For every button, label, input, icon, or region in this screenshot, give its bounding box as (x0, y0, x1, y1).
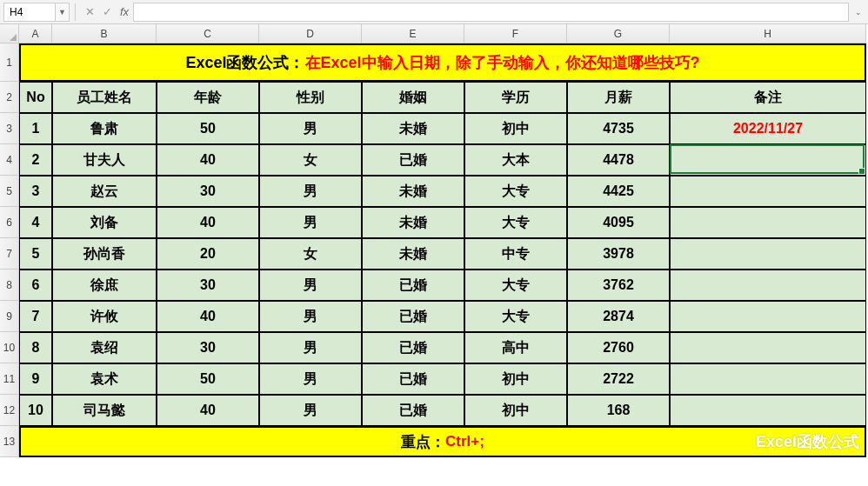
cell-no[interactable]: 9 (19, 363, 52, 395)
row-header-8[interactable]: 8 (0, 270, 19, 301)
cell-remark[interactable] (670, 363, 866, 395)
cell-gender[interactable]: 男 (259, 301, 362, 332)
confirm-icon[interactable]: ✓ (98, 3, 116, 22)
cell-remark[interactable] (670, 238, 866, 270)
cell-salary[interactable]: 2722 (567, 363, 670, 395)
cell-name[interactable]: 袁绍 (52, 332, 157, 363)
cell-no[interactable]: 5 (19, 238, 52, 270)
cell-no[interactable]: 8 (19, 332, 52, 363)
cell-marital[interactable]: 已婚 (362, 332, 464, 363)
col-header-B[interactable]: B (52, 24, 157, 43)
row-header-5[interactable]: 5 (0, 176, 19, 207)
cell-gender[interactable]: 男 (259, 395, 362, 426)
cell-remark[interactable] (670, 144, 866, 176)
cell-salary[interactable]: 4095 (567, 207, 670, 238)
cell-salary[interactable]: 2874 (567, 301, 670, 332)
formula-input[interactable] (133, 3, 849, 22)
cell-name[interactable]: 许攸 (52, 301, 157, 332)
cell-salary[interactable]: 3762 (567, 270, 670, 301)
name-box-dropdown[interactable]: ▼ (56, 3, 70, 22)
row-header-9[interactable]: 9 (0, 301, 19, 332)
cell-name[interactable]: 孙尚香 (52, 238, 157, 270)
header-no[interactable]: No (19, 82, 52, 113)
cell-no[interactable]: 10 (19, 395, 52, 426)
row-header-6[interactable]: 6 (0, 207, 19, 238)
formula-expand-icon[interactable]: ⌄ (852, 3, 865, 22)
cell-age[interactable]: 30 (157, 270, 259, 301)
cell-name[interactable]: 赵云 (52, 176, 157, 207)
cell-edu[interactable]: 大专 (464, 301, 567, 332)
header-salary[interactable]: 月薪 (567, 82, 670, 113)
header-gender[interactable]: 性别 (259, 82, 362, 113)
cell-name[interactable]: 甘夫人 (52, 144, 157, 176)
cell-salary[interactable]: 2760 (567, 332, 670, 363)
cell-gender[interactable]: 女 (259, 238, 362, 270)
cell-remark[interactable] (670, 270, 866, 301)
cell-edu[interactable]: 大专 (464, 207, 567, 238)
col-header-G[interactable]: G (567, 24, 670, 43)
cell-age[interactable]: 40 (157, 301, 259, 332)
cell-no[interactable]: 6 (19, 270, 52, 301)
row-header-12[interactable]: 12 (0, 395, 19, 426)
title-cell[interactable]: Excel函数公式： 在Excel中输入日期，除了手动输入，你还知道哪些技巧? (19, 43, 866, 82)
row-header-7[interactable]: 7 (0, 238, 19, 270)
cell-marital[interactable]: 未婚 (362, 207, 464, 238)
cell-gender[interactable]: 男 (259, 113, 362, 144)
cell-marital[interactable]: 已婚 (362, 395, 464, 426)
cell-edu[interactable]: 高中 (464, 332, 567, 363)
cell-edu[interactable]: 初中 (464, 395, 567, 426)
cell-edu[interactable]: 中专 (464, 238, 567, 270)
select-all-corner[interactable] (0, 24, 19, 43)
cancel-icon[interactable]: ✕ (81, 3, 98, 22)
cell-edu[interactable]: 初中 (464, 363, 567, 395)
cell-name[interactable]: 袁术 (52, 363, 157, 395)
header-marital[interactable]: 婚姻 (362, 82, 464, 113)
cell-salary[interactable]: 168 (567, 395, 670, 426)
cell-no[interactable]: 3 (19, 176, 52, 207)
cell-gender[interactable]: 男 (259, 270, 362, 301)
col-header-D[interactable]: D (259, 24, 362, 43)
cell-remark[interactable] (670, 332, 866, 363)
cell-marital[interactable]: 未婚 (362, 238, 464, 270)
cell-salary[interactable]: 4735 (567, 113, 670, 144)
cell-gender[interactable]: 男 (259, 207, 362, 238)
col-header-A[interactable]: A (19, 24, 52, 43)
cell-marital[interactable]: 已婚 (362, 301, 464, 332)
row-header-13[interactable]: 13 (0, 426, 19, 457)
cell-salary[interactable]: 4478 (567, 144, 670, 176)
row-header-11[interactable]: 11 (0, 363, 19, 395)
cell-age[interactable]: 40 (157, 395, 259, 426)
cell-remark[interactable] (670, 207, 866, 238)
cell-age[interactable]: 50 (157, 363, 259, 395)
row-header-2[interactable]: 2 (0, 82, 19, 113)
cell-gender[interactable]: 男 (259, 332, 362, 363)
cell-no[interactable]: 2 (19, 144, 52, 176)
cell-gender[interactable]: 男 (259, 176, 362, 207)
header-remark[interactable]: 备注 (670, 82, 866, 113)
cell-age[interactable]: 50 (157, 113, 259, 144)
cell-age[interactable]: 40 (157, 144, 259, 176)
cell-age[interactable]: 30 (157, 332, 259, 363)
cell-age[interactable]: 30 (157, 176, 259, 207)
cell-edu[interactable]: 大专 (464, 176, 567, 207)
cell-salary[interactable]: 4425 (567, 176, 670, 207)
cell-edu[interactable]: 大本 (464, 144, 567, 176)
cell-name[interactable]: 鲁肃 (52, 113, 157, 144)
col-header-H[interactable]: H (670, 24, 866, 43)
cell-marital[interactable]: 已婚 (362, 363, 464, 395)
cell-marital[interactable]: 未婚 (362, 176, 464, 207)
cell-remark[interactable] (670, 395, 866, 426)
cell-edu[interactable]: 初中 (464, 113, 567, 144)
footer-cell[interactable]: 重点： Ctrl+; Excel函数公式 (19, 426, 866, 457)
row-header-10[interactable]: 10 (0, 332, 19, 363)
header-edu[interactable]: 学历 (464, 82, 567, 113)
cell-edu[interactable]: 大专 (464, 270, 567, 301)
cell-marital[interactable]: 已婚 (362, 144, 464, 176)
header-name[interactable]: 员工姓名 (52, 82, 157, 113)
row-header-3[interactable]: 3 (0, 113, 19, 144)
name-box[interactable]: H4 (3, 3, 56, 22)
header-age[interactable]: 年龄 (157, 82, 259, 113)
cell-gender[interactable]: 女 (259, 144, 362, 176)
cell-no[interactable]: 1 (19, 113, 52, 144)
cell-remark[interactable] (670, 301, 866, 332)
